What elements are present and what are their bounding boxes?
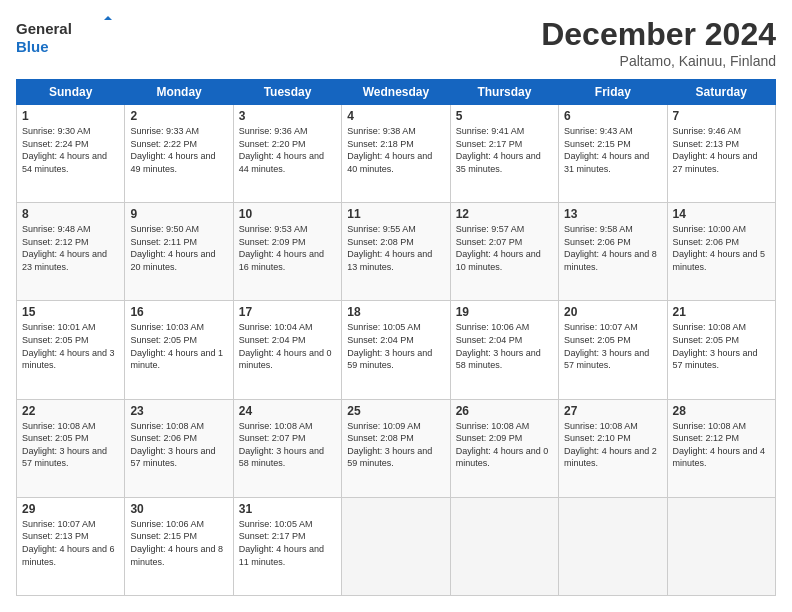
day-cell-8: 8 Sunrise: 9:48 AMSunset: 2:12 PMDayligh… <box>17 203 125 301</box>
calendar-row: 15 Sunrise: 10:01 AMSunset: 2:05 PMDayli… <box>17 301 776 399</box>
day-number: 17 <box>239 305 336 319</box>
empty-cell <box>559 497 667 595</box>
title-block: December 2024 Paltamo, Kainuu, Finland <box>541 16 776 69</box>
day-info: Sunrise: 9:48 AMSunset: 2:12 PMDaylight:… <box>22 224 107 272</box>
day-cell-29: 29 Sunrise: 10:07 AMSunset: 2:13 PMDayli… <box>17 497 125 595</box>
day-cell-16: 16 Sunrise: 10:03 AMSunset: 2:05 PMDayli… <box>125 301 233 399</box>
day-info: Sunrise: 9:43 AMSunset: 2:15 PMDaylight:… <box>564 126 649 174</box>
day-number: 21 <box>673 305 770 319</box>
col-monday: Monday <box>125 80 233 105</box>
day-cell-5: 5 Sunrise: 9:41 AMSunset: 2:17 PMDayligh… <box>450 105 558 203</box>
day-info: Sunrise: 10:04 AMSunset: 2:04 PMDaylight… <box>239 322 332 370</box>
day-cell-11: 11 Sunrise: 9:55 AMSunset: 2:08 PMDaylig… <box>342 203 450 301</box>
day-number: 20 <box>564 305 661 319</box>
day-number: 26 <box>456 404 553 418</box>
day-cell-10: 10 Sunrise: 9:53 AMSunset: 2:09 PMDaylig… <box>233 203 341 301</box>
day-number: 19 <box>456 305 553 319</box>
day-cell-24: 24 Sunrise: 10:08 AMSunset: 2:07 PMDayli… <box>233 399 341 497</box>
day-info: Sunrise: 10:08 AMSunset: 2:09 PMDaylight… <box>456 421 549 469</box>
day-info: Sunrise: 10:03 AMSunset: 2:05 PMDaylight… <box>130 322 223 370</box>
day-info: Sunrise: 10:01 AMSunset: 2:05 PMDaylight… <box>22 322 115 370</box>
col-sunday: Sunday <box>17 80 125 105</box>
header: General Blue December 2024 Paltamo, Kain… <box>16 16 776 69</box>
day-number: 12 <box>456 207 553 221</box>
day-number: 11 <box>347 207 444 221</box>
day-cell-31: 31 Sunrise: 10:05 AMSunset: 2:17 PMDayli… <box>233 497 341 595</box>
day-info: Sunrise: 9:58 AMSunset: 2:06 PMDaylight:… <box>564 224 657 272</box>
calendar-page: General Blue December 2024 Paltamo, Kain… <box>0 0 792 612</box>
day-cell-3: 3 Sunrise: 9:36 AMSunset: 2:20 PMDayligh… <box>233 105 341 203</box>
col-friday: Friday <box>559 80 667 105</box>
day-info: Sunrise: 10:08 AMSunset: 2:05 PMDaylight… <box>22 421 107 469</box>
logo-svg: General Blue <box>16 16 116 56</box>
svg-text:Blue: Blue <box>16 38 49 55</box>
day-cell-1: 1 Sunrise: 9:30 AMSunset: 2:24 PMDayligh… <box>17 105 125 203</box>
day-cell-19: 19 Sunrise: 10:06 AMSunset: 2:04 PMDayli… <box>450 301 558 399</box>
empty-cell <box>342 497 450 595</box>
day-number: 16 <box>130 305 227 319</box>
day-cell-30: 30 Sunrise: 10:06 AMSunset: 2:15 PMDayli… <box>125 497 233 595</box>
day-number: 6 <box>564 109 661 123</box>
day-number: 23 <box>130 404 227 418</box>
day-cell-12: 12 Sunrise: 9:57 AMSunset: 2:07 PMDaylig… <box>450 203 558 301</box>
day-info: Sunrise: 9:57 AMSunset: 2:07 PMDaylight:… <box>456 224 541 272</box>
calendar-row: 8 Sunrise: 9:48 AMSunset: 2:12 PMDayligh… <box>17 203 776 301</box>
day-cell-15: 15 Sunrise: 10:01 AMSunset: 2:05 PMDayli… <box>17 301 125 399</box>
day-cell-18: 18 Sunrise: 10:05 AMSunset: 2:04 PMDayli… <box>342 301 450 399</box>
day-info: Sunrise: 10:08 AMSunset: 2:07 PMDaylight… <box>239 421 324 469</box>
day-info: Sunrise: 9:33 AMSunset: 2:22 PMDaylight:… <box>130 126 215 174</box>
day-number: 8 <box>22 207 119 221</box>
day-number: 31 <box>239 502 336 516</box>
empty-cell <box>667 497 775 595</box>
day-info: Sunrise: 9:38 AMSunset: 2:18 PMDaylight:… <box>347 126 432 174</box>
day-number: 1 <box>22 109 119 123</box>
calendar-row: 29 Sunrise: 10:07 AMSunset: 2:13 PMDayli… <box>17 497 776 595</box>
day-number: 28 <box>673 404 770 418</box>
day-cell-26: 26 Sunrise: 10:08 AMSunset: 2:09 PMDayli… <box>450 399 558 497</box>
day-info: Sunrise: 9:41 AMSunset: 2:17 PMDaylight:… <box>456 126 541 174</box>
day-number: 9 <box>130 207 227 221</box>
col-tuesday: Tuesday <box>233 80 341 105</box>
day-cell-21: 21 Sunrise: 10:08 AMSunset: 2:05 PMDayli… <box>667 301 775 399</box>
calendar-row: 22 Sunrise: 10:08 AMSunset: 2:05 PMDayli… <box>17 399 776 497</box>
day-cell-9: 9 Sunrise: 9:50 AMSunset: 2:11 PMDayligh… <box>125 203 233 301</box>
day-number: 5 <box>456 109 553 123</box>
day-info: Sunrise: 10:08 AMSunset: 2:05 PMDaylight… <box>673 322 758 370</box>
day-info: Sunrise: 9:36 AMSunset: 2:20 PMDaylight:… <box>239 126 324 174</box>
day-info: Sunrise: 10:08 AMSunset: 2:10 PMDaylight… <box>564 421 657 469</box>
day-cell-14: 14 Sunrise: 10:00 AMSunset: 2:06 PMDayli… <box>667 203 775 301</box>
day-number: 29 <box>22 502 119 516</box>
day-cell-27: 27 Sunrise: 10:08 AMSunset: 2:10 PMDayli… <box>559 399 667 497</box>
calendar-table: Sunday Monday Tuesday Wednesday Thursday… <box>16 79 776 596</box>
day-cell-6: 6 Sunrise: 9:43 AMSunset: 2:15 PMDayligh… <box>559 105 667 203</box>
day-info: Sunrise: 9:30 AMSunset: 2:24 PMDaylight:… <box>22 126 107 174</box>
col-thursday: Thursday <box>450 80 558 105</box>
day-cell-22: 22 Sunrise: 10:08 AMSunset: 2:05 PMDayli… <box>17 399 125 497</box>
day-info: Sunrise: 10:08 AMSunset: 2:12 PMDaylight… <box>673 421 766 469</box>
col-saturday: Saturday <box>667 80 775 105</box>
day-number: 30 <box>130 502 227 516</box>
day-info: Sunrise: 10:00 AMSunset: 2:06 PMDaylight… <box>673 224 766 272</box>
day-number: 22 <box>22 404 119 418</box>
day-number: 15 <box>22 305 119 319</box>
day-number: 24 <box>239 404 336 418</box>
col-wednesday: Wednesday <box>342 80 450 105</box>
month-title: December 2024 <box>541 16 776 53</box>
day-info: Sunrise: 10:05 AMSunset: 2:04 PMDaylight… <box>347 322 432 370</box>
day-number: 10 <box>239 207 336 221</box>
day-number: 14 <box>673 207 770 221</box>
day-info: Sunrise: 10:08 AMSunset: 2:06 PMDaylight… <box>130 421 215 469</box>
day-info: Sunrise: 10:07 AMSunset: 2:05 PMDaylight… <box>564 322 649 370</box>
day-number: 27 <box>564 404 661 418</box>
day-number: 18 <box>347 305 444 319</box>
day-info: Sunrise: 10:06 AMSunset: 2:04 PMDaylight… <box>456 322 541 370</box>
day-info: Sunrise: 9:55 AMSunset: 2:08 PMDaylight:… <box>347 224 432 272</box>
day-cell-4: 4 Sunrise: 9:38 AMSunset: 2:18 PMDayligh… <box>342 105 450 203</box>
day-info: Sunrise: 9:50 AMSunset: 2:11 PMDaylight:… <box>130 224 215 272</box>
logo: General Blue <box>16 16 116 56</box>
day-cell-28: 28 Sunrise: 10:08 AMSunset: 2:12 PMDayli… <box>667 399 775 497</box>
day-cell-23: 23 Sunrise: 10:08 AMSunset: 2:06 PMDayli… <box>125 399 233 497</box>
day-info: Sunrise: 10:09 AMSunset: 2:08 PMDaylight… <box>347 421 432 469</box>
day-cell-2: 2 Sunrise: 9:33 AMSunset: 2:22 PMDayligh… <box>125 105 233 203</box>
day-cell-13: 13 Sunrise: 9:58 AMSunset: 2:06 PMDaylig… <box>559 203 667 301</box>
